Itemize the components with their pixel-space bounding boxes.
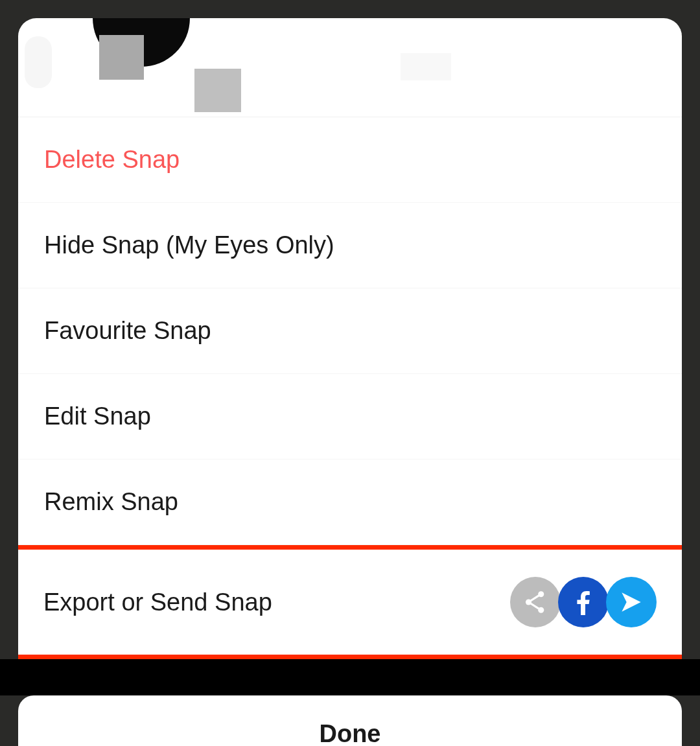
header-redaction [99,35,144,80]
delete-snap-item[interactable]: Delete Snap [18,117,682,203]
share-icons-group [513,577,657,627]
header-redaction [25,36,52,88]
hide-snap-item[interactable]: Hide Snap (My Eyes Only) [18,203,682,288]
action-sheet: Delete Snap Hide Snap (My Eyes Only) Fav… [18,18,682,659]
svg-line-3 [531,596,539,601]
remix-snap-item[interactable]: Remix Snap [18,460,682,545]
facebook-icon[interactable] [558,577,609,627]
action-sheet-header [18,18,682,117]
menu-item-label: Edit Snap [44,402,151,430]
done-label: Done [320,720,381,746]
menu-item-label: Hide Snap (My Eyes Only) [44,231,334,259]
svg-line-4 [531,603,539,609]
edit-snap-item[interactable]: Edit Snap [18,374,682,460]
share-icon[interactable] [510,577,561,627]
menu-item-label: Export or Send Snap [43,589,272,616]
menu-item-label: Favourite Snap [44,317,211,345]
send-icon[interactable] [606,577,657,627]
header-redaction [194,69,241,112]
done-button[interactable]: Done [18,695,682,746]
menu-item-label: Remix Snap [44,488,178,516]
menu-item-label: Delete Snap [44,146,180,174]
favourite-snap-item[interactable]: Favourite Snap [18,288,682,374]
menu-list: Delete Snap Hide Snap (My Eyes Only) Fav… [18,117,682,659]
export-send-snap-item[interactable]: Export or Send Snap [18,545,682,659]
header-redaction [401,53,451,80]
sheet-separator [0,659,700,695]
